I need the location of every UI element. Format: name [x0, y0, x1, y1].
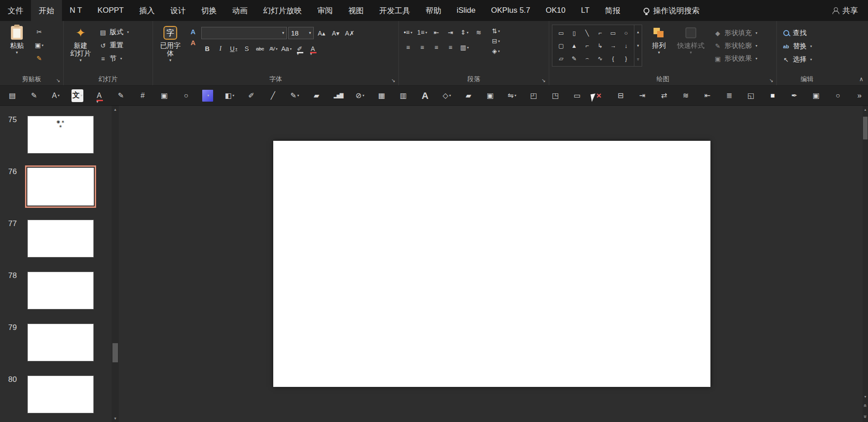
wordart-icon[interactable]: A — [419, 89, 431, 102]
scroll-down-arrow-icon[interactable]: ▾ — [863, 393, 868, 400]
font-dialog-launcher-icon[interactable]: ↘ — [391, 78, 395, 83]
brush-tool-icon[interactable]: ✎ — [289, 89, 301, 102]
layers-icon[interactable]: ▣ — [484, 89, 496, 102]
change-case-button[interactable]: Aa — [281, 43, 292, 54]
increase-indent-button[interactable]: ⇥ — [444, 27, 457, 38]
text-direction-button[interactable]: ⇅ — [490, 26, 502, 36]
comment-box-icon[interactable]: ▭ — [571, 89, 583, 102]
shape-effects-button[interactable]: ▣ 形状效果 — [711, 53, 760, 64]
align-center-button[interactable]: ≡ — [416, 42, 429, 53]
slide-thumbnail-78[interactable]: 78 — [0, 272, 121, 309]
italic-button[interactable]: I — [214, 43, 226, 54]
strikethrough-button[interactable]: abc — [254, 43, 266, 54]
character-spacing-button[interactable]: AV — [267, 43, 279, 54]
tab-insert[interactable]: 插入 — [132, 0, 163, 21]
freeform-shape[interactable]: ✎ — [568, 52, 581, 65]
fill-color-swatch-icon[interactable] — [202, 89, 214, 102]
scrollbar-thumb[interactable] — [863, 117, 868, 139]
clear-formatting-button[interactable]: A✗ — [343, 28, 356, 39]
decrease-font-size-button[interactable]: A▾ — [329, 28, 342, 39]
arc-shape[interactable]: ⌢ — [581, 52, 594, 65]
rectangle-shape[interactable]: ▭ — [607, 26, 620, 39]
oval-shape[interactable]: ○ — [620, 26, 633, 39]
slide-thumbnail-75[interactable]: 75 ◉ ∗ ∗ — [0, 116, 121, 154]
text-box-icon[interactable]: A — [50, 89, 61, 102]
collapse-ribbon-button[interactable]: ∧ — [859, 76, 863, 82]
bring-forward-icon[interactable]: ◰ — [528, 89, 540, 102]
slide-thumbnail-image[interactable] — [27, 376, 94, 413]
tab-nt[interactable]: N T — [62, 0, 90, 21]
font-name-input[interactable] — [204, 29, 280, 37]
feather-pen-icon[interactable]: ✒ — [788, 89, 800, 102]
no-fill-icon[interactable]: ⊘ — [354, 89, 366, 102]
tab-slideshow[interactable]: 幻灯片放映 — [255, 0, 310, 21]
equalize-icon[interactable]: ≋ — [680, 89, 692, 102]
format-painter-icon[interactable]: ✎ — [28, 89, 40, 102]
tab-okplus[interactable]: OKPlus 5.7 — [483, 0, 538, 21]
scroll-up-arrow-icon[interactable]: ▴ — [863, 106, 868, 113]
align-left-button[interactable]: ≡ — [402, 42, 414, 53]
tab-view[interactable]: 视图 — [341, 0, 372, 21]
scroll-up-arrow-icon[interactable]: ▴ — [112, 106, 119, 113]
vertical-text-box-icon[interactable]: 文 — [71, 89, 83, 102]
triangle-shape[interactable]: ▲ — [568, 39, 581, 52]
quick-styles-button[interactable]: 快速样式 ▾ — [676, 25, 706, 71]
vertical-text-box-shape[interactable]: ▯ — [568, 26, 581, 39]
cut-button[interactable]: ✂ — [33, 26, 46, 37]
flip-icon[interactable]: ⇋ — [506, 89, 518, 102]
rounded-rectangle-shape[interactable]: ▢ — [555, 39, 568, 52]
left-brace-shape[interactable]: { — [607, 52, 620, 65]
tab-animations[interactable]: 动画 — [225, 0, 255, 21]
line-tool-icon[interactable]: ╱ — [267, 89, 279, 102]
swap-icon[interactable]: ⇄ — [658, 89, 670, 102]
paragraph-dialog-launcher-icon[interactable]: ↘ — [541, 78, 546, 83]
paste-button[interactable]: 粘贴 ▾ — [3, 25, 31, 71]
wide-brush-icon[interactable]: ▰ — [463, 89, 475, 102]
bucket-fill-icon[interactable]: ◧ — [224, 89, 235, 102]
pen-icon[interactable]: ✎ — [115, 89, 127, 102]
ellipse-icon[interactable]: ○ — [832, 89, 844, 102]
tab-transitions[interactable]: 切换 — [194, 0, 225, 21]
select-button[interactable]: ↖ 选择 — [780, 54, 814, 65]
copy-button[interactable]: ▣ — [33, 40, 46, 51]
line-spacing-button[interactable]: ⇕ — [458, 27, 471, 38]
tell-me-search[interactable]: 操作说明搜索 — [643, 0, 700, 21]
tab-lt[interactable]: LT — [573, 0, 597, 21]
toolbar-overflow-button[interactable]: » — [853, 91, 861, 100]
previous-slide-button[interactable]: « — [860, 403, 868, 408]
send-backward-icon[interactable]: ◳ — [550, 89, 562, 102]
tab-review[interactable]: 审阅 — [310, 0, 341, 21]
slide-thumbnail-79[interactable]: 79 — [0, 324, 121, 361]
font-size-combo[interactable]: ▾ — [288, 27, 314, 39]
slide-thumbnail-image[interactable] — [27, 272, 94, 309]
elbow-connector-shape[interactable]: ⌐ — [594, 26, 607, 39]
convert-smartart-button[interactable]: ◈ — [490, 46, 502, 56]
arrow-right-shape[interactable]: → — [607, 39, 620, 52]
font-name-combo[interactable]: ▾ — [201, 27, 287, 39]
paste-grid-icon[interactable]: ▤ — [6, 89, 18, 102]
align-text-button[interactable]: ⊟ — [490, 36, 502, 46]
line-shape[interactable]: ╲ — [581, 26, 594, 39]
tab-design[interactable]: 设计 — [163, 0, 194, 21]
shape-gallery-down-button[interactable]: ▾ — [634, 39, 642, 52]
underline-button[interactable]: U — [228, 43, 240, 54]
shape-gallery-more-button[interactable]: ▿ — [634, 52, 642, 66]
bold-button[interactable]: B — [201, 43, 213, 54]
font-color-icon[interactable]: A — [93, 89, 105, 102]
share-button[interactable]: 共享 — [822, 0, 868, 21]
shape-outline-icon[interactable]: ◇ — [441, 89, 453, 102]
tab-help[interactable]: 帮助 — [418, 0, 449, 21]
tab-islide[interactable]: iSlide — [449, 0, 484, 21]
font-increase-a-icon[interactable]: A — [187, 26, 199, 36]
right-brace-shape[interactable]: } — [620, 52, 633, 65]
drawing-dialog-launcher-icon[interactable]: ↘ — [769, 78, 773, 83]
slide-thumbnail-image[interactable]: ◉ ∗ ∗ — [27, 116, 94, 154]
reset-button[interactable]: ↺ 重置 — [97, 40, 131, 51]
export-icon[interactable]: ⇥ — [636, 89, 648, 102]
layout-button[interactable]: ▤ 版式 — [97, 26, 131, 38]
tab-jianbao[interactable]: 简报 — [597, 0, 628, 21]
font-color-button[interactable]: A — [307, 43, 319, 54]
slide-thumbnail-image[interactable] — [27, 168, 94, 206]
slide-thumbnail-image[interactable] — [27, 324, 94, 361]
used-fonts-button[interactable]: 字 已用字 体 ▾ — [156, 25, 185, 71]
